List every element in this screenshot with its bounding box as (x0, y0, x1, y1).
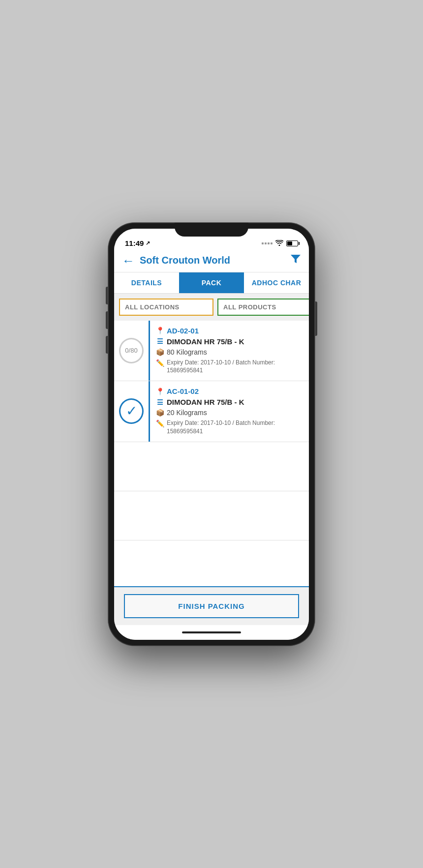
filter-icon[interactable] (290, 254, 301, 267)
finish-packing-button[interactable]: FINISH PACKING (124, 594, 299, 618)
tab-adhoc[interactable]: ADHOC CHAR (244, 272, 309, 293)
battery-icon (286, 240, 298, 246)
tab-pack[interactable]: PACK (179, 272, 244, 293)
location-arrow-icon: ↗ (146, 240, 150, 246)
box-icon: 📦 (156, 348, 164, 356)
home-indicator (114, 625, 309, 640)
empty-row (114, 442, 309, 491)
box-icon: 📦 (156, 409, 164, 417)
phone-frame: 11:49 ↗ (108, 223, 315, 646)
header-left: ← Soft Crouton World (122, 254, 230, 267)
item-check: ✓ (114, 381, 149, 442)
status-icons (262, 239, 298, 247)
notch (175, 223, 248, 237)
document-icon: ☰ (156, 337, 164, 345)
check-circle: ✓ (119, 398, 144, 424)
time-display: 11:49 (125, 239, 144, 247)
item-name: ☰ DIMODAN HR 75/B - K (156, 337, 303, 346)
item-content: 📍 AC-01-02 ☰ DIMODAN HR 75/B - K 📦 20 Ki… (150, 381, 309, 442)
item-progress: 0/80 (114, 321, 149, 381)
item-location: 📍 AD-02-01 (156, 327, 303, 335)
pack-list: 0/80 📍 AD-02-01 ☰ DIMODAN HR 75/B - K 📦 (114, 321, 309, 586)
progress-circle: 0/80 (119, 338, 144, 363)
home-bar (182, 631, 241, 633)
document-icon: ☰ (156, 398, 164, 406)
signal-icon (262, 242, 272, 244)
item-location: 📍 AC-01-02 (156, 387, 303, 395)
list-item[interactable]: ✓ 📍 AC-01-02 ☰ DIMODAN HR 75/B - K 📦 (114, 381, 309, 442)
phone-screen: 11:49 ↗ (114, 229, 309, 640)
item-content: 📍 AD-02-01 ☰ DIMODAN HR 75/B - K 📦 80 Ki… (150, 321, 309, 381)
bottom-bar: FINISH PACKING (114, 586, 309, 625)
empty-row (114, 540, 309, 586)
item-expiry: ✏️ Expiry Date: 2017-10-10 / Batch Numbe… (156, 359, 303, 375)
app-header: ← Soft Crouton World (114, 250, 309, 272)
back-button[interactable]: ← (122, 254, 135, 267)
item-name: ☰ DIMODAN HR 75/B - K (156, 398, 303, 406)
item-expiry: ✏️ Expiry Date: 2017-10-10 / Batch Numbe… (156, 419, 303, 436)
product-filter-input[interactable] (217, 299, 309, 316)
page-title: Soft Crouton World (140, 255, 230, 266)
item-quantity: 📦 80 Kilograms (156, 348, 303, 356)
status-time: 11:49 ↗ (125, 239, 150, 247)
wifi-icon (275, 239, 283, 247)
location-filter-input[interactable] (119, 299, 213, 316)
empty-row (114, 491, 309, 540)
tab-bar: DETAILS PACK ADHOC CHAR (114, 272, 309, 294)
tab-details[interactable]: DETAILS (114, 272, 179, 293)
item-quantity: 📦 20 Kilograms (156, 409, 303, 417)
list-item[interactable]: 0/80 📍 AD-02-01 ☰ DIMODAN HR 75/B - K 📦 (114, 321, 309, 382)
filter-row (114, 294, 309, 321)
checkmark-icon: ✓ (126, 404, 137, 418)
pencil-icon: ✏️ (156, 419, 164, 429)
location-pin-icon: 📍 (156, 388, 164, 395)
location-pin-icon: 📍 (156, 327, 164, 334)
pencil-icon: ✏️ (156, 359, 164, 368)
